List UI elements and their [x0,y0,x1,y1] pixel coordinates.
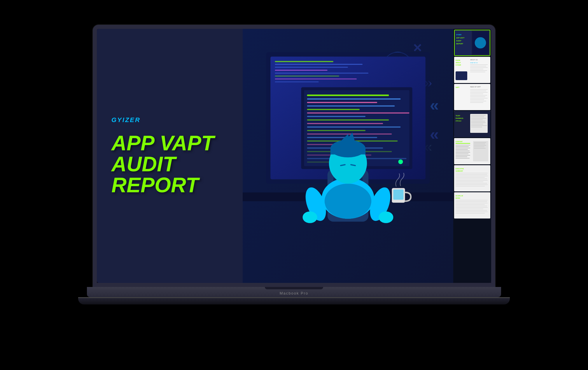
thumb-2-content: KNOW ABOUT GYIZER ABOUT US WHAT WE DO [454,57,490,83]
svg-rect-120 [456,155,470,156]
svg-rect-59 [393,190,403,200]
thumb-1-content: GYIZER APP VAPT AUDIT REPORT [455,30,490,55]
svg-rect-147 [456,203,488,203]
thumb-4-svg: TILRAY PHARMACE- UTICALS [454,111,490,137]
svg-text:REPORT: REPORT [456,43,463,45]
svg-rect-81 [470,72,485,72]
svg-text:WHAT WE DO: WHAT WE DO [470,62,478,64]
laptop-base: Macbook Pro [87,287,501,297]
svg-text:APP VAPT: APP VAPT [456,37,465,39]
title-line1: APP VAPT [111,131,214,155]
svg-rect-141 [456,186,485,186]
svg-rect-137 [456,180,488,181]
svg-point-69 [475,37,486,49]
thumbnail-item-2[interactable]: KNOW ABOUT GYIZER ABOUT US WHAT WE DO [454,57,490,83]
thumbnail-panel[interactable]: GYIZER APP VAPT AUDIT REPORT [453,29,491,283]
thumb-7-svg: SCOPE OF WORK [454,192,490,219]
svg-rect-153 [456,212,488,212]
laptop-screen: GYIZER APP VAPT AUDIT REPORT [93,25,495,287]
svg-text:UTICALS: UTICALS [456,120,461,122]
svg-rect-12 [275,64,363,65]
slide-title: APP VAPT AUDIT REPORT [111,133,228,195]
svg-rect-146 [456,201,487,202]
svg-rect-114 [456,146,469,147]
main-slide-area: GYIZER APP VAPT AUDIT REPORT [97,29,491,283]
svg-rect-31 [307,130,366,131]
screen-bezel: GYIZER APP VAPT AUDIT REPORT [97,29,491,283]
thumb-5-svg: CONTENT [454,138,490,164]
svg-rect-112 [456,143,470,144]
svg-rect-29 [307,123,383,124]
thumbnail-item-1[interactable]: GYIZER APP VAPT AUDIT REPORT [454,30,490,56]
svg-text:KNOW: KNOW [456,59,460,61]
thumbnail-item-7[interactable]: SCOPE OF WORK [454,192,490,219]
svg-rect-133 [456,174,487,175]
thumb-4-content: TILRAY PHARMACE- UTICALS [454,111,490,137]
svg-rect-88 [470,92,488,93]
svg-rect-25 [307,109,360,110]
title-line3: REPORT [111,173,199,197]
svg-rect-79 [470,69,483,69]
svg-rect-15 [275,73,368,73]
hacker-illustration: ✕ ✕ » « ❮ [243,29,453,283]
svg-rect-119 [456,154,468,154]
laptop-mockup: GYIZER APP VAPT AUDIT REPORT [90,25,498,345]
svg-rect-108 [471,125,487,126]
svg-point-46 [325,184,371,219]
thumb-5-content: CONTENT [454,138,490,164]
thumb-7-content: SCOPE OF WORK [454,192,490,219]
svg-point-56 [303,212,317,223]
svg-rect-109 [471,127,482,127]
svg-rect-77 [470,66,486,66]
svg-text:CONTENT: CONTENT [456,141,463,142]
svg-rect-138 [456,182,483,182]
thumb-6-content: EXECUTIVE SUMMARY [454,165,490,191]
thumb-2-svg: KNOW ABOUT GYIZER ABOUT US WHAT WE DO [454,57,490,83]
svg-rect-94 [470,101,486,101]
thumbnail-item-3[interactable]: VAPT NEED OF VAPT [454,84,490,110]
svg-rect-113 [456,145,470,145]
svg-rect-104 [471,119,483,120]
svg-rect-95 [470,102,483,103]
svg-rect-49 [330,149,365,154]
thumbnail-item-4[interactable]: TILRAY PHARMACE- UTICALS [454,111,490,137]
thumb-3-content: VAPT NEED OF VAPT [454,84,490,110]
svg-rect-152 [456,210,487,211]
svg-rect-24 [307,105,395,107]
svg-rect-92 [470,98,488,98]
svg-text:GYIZER: GYIZER [456,34,461,36]
svg-rect-132 [456,173,488,173]
laptop-hinge-notch [265,287,323,289]
svg-rect-22 [307,98,401,100]
thumb-3-svg: VAPT NEED OF VAPT [454,84,490,110]
svg-text:TILRAY: TILRAY [456,115,460,117]
svg-rect-23 [307,102,377,103]
svg-rect-28 [307,119,389,121]
svg-text:NEED OF VAPT: NEED OF VAPT [470,86,481,88]
svg-rect-121 [456,156,467,157]
svg-rect-127 [474,147,484,147]
svg-rect-103 [471,118,486,119]
svg-rect-139 [456,183,487,184]
svg-rect-150 [456,207,488,208]
svg-rect-27 [307,116,366,117]
laptop-bottom [78,297,510,304]
svg-rect-118 [456,152,470,153]
svg-text:EXECUTIVE: EXECUTIVE [456,168,464,170]
svg-rect-89 [470,94,483,94]
svg-rect-13 [275,67,348,68]
svg-rect-135 [456,177,485,178]
thumbnail-item-6[interactable]: EXECUTIVE SUMMARY [454,165,490,191]
laptop-model-label: Macbook Pro [280,291,309,295]
svg-point-57 [379,212,393,223]
svg-text:«: « [430,96,439,114]
thumbnail-item-5[interactable]: CONTENT [454,138,490,164]
svg-rect-18 [275,81,318,82]
svg-text:VAPT: VAPT [456,87,459,88]
svg-rect-117 [456,151,470,151]
svg-rect-101 [471,115,486,116]
svg-rect-115 [456,148,470,148]
svg-rect-151 [456,209,483,209]
svg-rect-124 [474,142,486,143]
svg-rect-107 [471,124,483,124]
